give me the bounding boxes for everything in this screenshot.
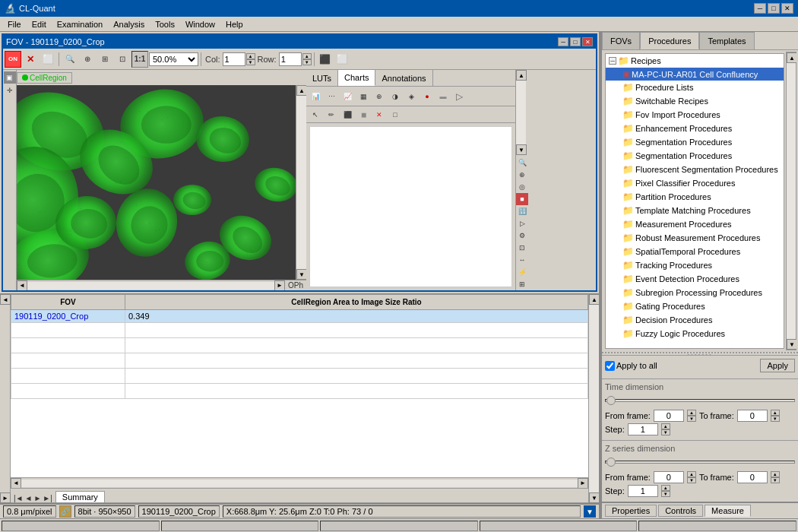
to-frame-down[interactable]: ▼: [771, 416, 780, 422]
tool-move[interactable]: ✛: [4, 84, 16, 97]
table-next-page[interactable]: ►: [33, 494, 41, 502]
tree-event-detection[interactable]: 📁 Event Detection Procedures: [606, 272, 784, 286]
tree-robust-measurement[interactable]: 📁 Robust Measurement Procedures: [606, 231, 784, 245]
tvscroll-down[interactable]: ▼: [589, 492, 599, 503]
table-last[interactable]: ►|: [43, 494, 52, 502]
zoom-out-button[interactable]: 🔍: [62, 51, 78, 68]
row-up[interactable]: ▲: [302, 53, 312, 59]
menu-edit[interactable]: Edit: [27, 19, 51, 30]
menu-help[interactable]: Help: [221, 19, 248, 30]
extra-tool-4[interactable]: ■: [516, 193, 528, 205]
tab-fovs[interactable]: FOVs: [602, 32, 640, 49]
on-button[interactable]: ON: [5, 51, 21, 68]
col-down[interactable]: ▼: [246, 59, 255, 65]
chart-box[interactable]: ⊕: [372, 89, 387, 104]
zoom-select[interactable]: 50.0% 25.0% 100.0%: [149, 52, 198, 66]
tvscroll-up[interactable]: ▲: [589, 294, 599, 305]
chart-arrow[interactable]: ▷: [451, 89, 467, 104]
tree-pixel-classifier[interactable]: 📁 Pixel Classifier Procedures: [606, 176, 784, 190]
row-input[interactable]: [279, 52, 302, 66]
tab-templates[interactable]: Templates: [699, 32, 754, 49]
tree-measurement[interactable]: 📁 Measurement Procedures: [606, 217, 784, 231]
chart-pencil[interactable]: ✏: [324, 107, 339, 122]
z-from-up[interactable]: ▲: [687, 471, 696, 477]
z-step-input[interactable]: [628, 485, 658, 497]
table-prev[interactable]: ◄: [0, 294, 11, 305]
tree-spatiotemporal[interactable]: 📁 SpatialTemporal Procedures: [606, 245, 784, 258]
from-frame-down[interactable]: ▼: [687, 416, 696, 422]
z-from-down[interactable]: ▼: [687, 477, 696, 483]
chart-line[interactable]: 📈: [340, 89, 355, 104]
tree-recipes-root[interactable]: ─ 📁 Recipes: [606, 54, 784, 68]
stop-button[interactable]: ✕: [22, 51, 39, 68]
fov-minimize-btn[interactable]: ─: [558, 37, 568, 46]
bot-tab-controls[interactable]: Controls: [658, 505, 703, 517]
view-btn2[interactable]: ⬜: [334, 51, 351, 68]
tab-annotations[interactable]: Annotations: [375, 70, 432, 86]
tab-luts[interactable]: LUTs: [306, 70, 338, 86]
chart-cursor[interactable]: ↖: [308, 107, 323, 122]
scroll-right[interactable]: ►: [274, 280, 285, 291]
extra-tool-9[interactable]: ↔: [516, 254, 528, 266]
table-prev-page[interactable]: ◄: [25, 494, 33, 502]
col-input[interactable]: [223, 52, 245, 66]
chart-select[interactable]: ⬛: [340, 107, 355, 122]
extra-tool-10[interactable]: ⚡: [516, 266, 528, 278]
recipes-expand[interactable]: ─: [609, 57, 616, 65]
tree-fov-import[interactable]: 📁 Fov Import Procedures: [606, 108, 784, 122]
channel-tab[interactable]: CellRegion: [17, 72, 72, 84]
fov-close-btn[interactable]: ✕: [582, 37, 593, 46]
charts-scroll-down[interactable]: ▼: [516, 144, 527, 155]
extra-tool-3[interactable]: ◎: [516, 181, 528, 193]
status-icon-btn[interactable]: 🔗: [59, 505, 71, 518]
tree-enhancement[interactable]: 📁 Enhancement Procedures: [606, 122, 784, 135]
z-to-down[interactable]: ▼: [771, 477, 780, 483]
tree-scroll-up[interactable]: ▲: [787, 52, 796, 63]
tree-switchable[interactable]: 📁 Switchable Recipes: [606, 94, 784, 108]
tab-charts[interactable]: Charts: [338, 70, 375, 86]
scroll-left[interactable]: ◄: [17, 280, 27, 291]
tree-selected-recipe[interactable]: ▣ MA-PC-UR-AR01 Cell Confluency: [606, 68, 784, 81]
tree-decision[interactable]: 📁 Decision Procedures: [606, 313, 784, 327]
table-next[interactable]: ►: [0, 492, 11, 503]
capture-button[interactable]: ⬜: [40, 51, 56, 68]
extra-tool-8[interactable]: ⊡: [516, 242, 528, 254]
chart-color2[interactable]: ◼: [356, 107, 371, 122]
chart-empty[interactable]: □: [388, 107, 403, 122]
step-up[interactable]: ▲: [661, 423, 670, 429]
menu-analysis[interactable]: Analysis: [109, 19, 149, 30]
chart-hist[interactable]: ▦: [356, 89, 371, 104]
time-slider-thumb[interactable]: [606, 396, 616, 405]
apply-button[interactable]: Apply: [760, 359, 795, 372]
tree-procedure-lists[interactable]: 📁 Procedure Lists: [606, 81, 784, 94]
z-slider-thumb[interactable]: [606, 458, 616, 467]
apply-all-checkbox[interactable]: [605, 361, 615, 371]
tree-tracking[interactable]: 📁 Tracking Procedures: [606, 258, 784, 272]
table-first[interactable]: |◄: [14, 494, 24, 502]
zoom-in-button[interactable]: ⊕: [79, 51, 96, 68]
z-to-up[interactable]: ▲: [771, 471, 780, 477]
step-input[interactable]: [628, 423, 658, 435]
fov-maximize-btn[interactable]: □: [570, 37, 581, 46]
ratio-button[interactable]: 1:1: [131, 51, 148, 68]
fit-button[interactable]: ⊞: [97, 51, 113, 68]
menu-window[interactable]: Window: [181, 19, 220, 30]
hscroll-left[interactable]: ◄: [11, 478, 21, 489]
chart-delete[interactable]: ✕: [372, 107, 387, 122]
extra-tool-5[interactable]: 🔢: [516, 205, 528, 217]
extra-tool-6[interactable]: ▷: [516, 217, 528, 230]
extra-tool-2[interactable]: ⊕: [516, 169, 528, 181]
tree-scroll-down[interactable]: ▼: [787, 339, 796, 350]
row-down[interactable]: ▼: [302, 59, 312, 65]
actual-size-button[interactable]: ⊡: [114, 51, 131, 68]
chart-3d[interactable]: ◈: [404, 89, 419, 104]
from-frame-up[interactable]: ▲: [687, 410, 696, 416]
menu-tools[interactable]: Tools: [150, 19, 179, 30]
tree-subregion[interactable]: 📁 Subregion Processing Procedures: [606, 286, 784, 299]
tree-fuzzy-logic[interactable]: 📁 Fuzzy Logic Procedures: [606, 327, 784, 340]
menu-file[interactable]: File: [3, 19, 26, 30]
tab-summary[interactable]: Summary: [55, 491, 105, 502]
to-frame-up[interactable]: ▲: [771, 410, 780, 416]
tree-template-matching[interactable]: 📁 Template Matching Procedures: [606, 204, 784, 217]
tree-segmentation[interactable]: 📁 Segmentation Procedures: [606, 135, 784, 149]
